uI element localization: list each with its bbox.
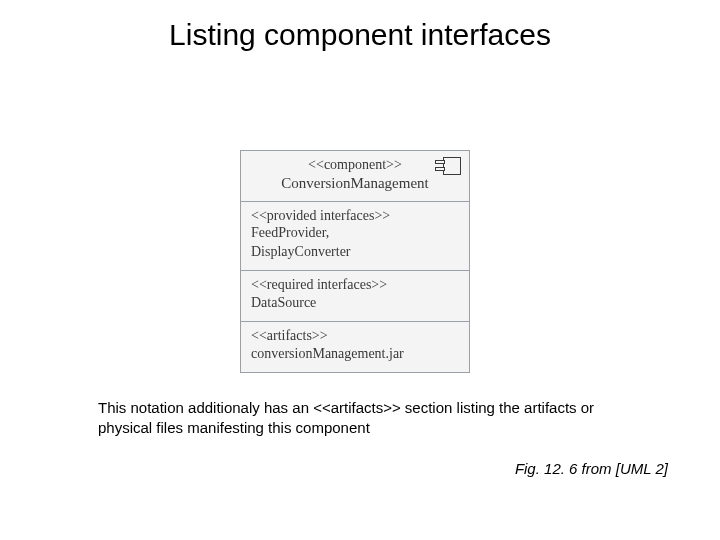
artifacts-item: conversionManagement.jar	[251, 345, 459, 364]
component-icon	[439, 157, 461, 175]
component-stereotype: <<component>>	[251, 157, 459, 174]
figure-reference: Fig. 12. 6 from [UML 2]	[515, 460, 668, 477]
artifacts-stereotype: <<artifacts>>	[251, 328, 459, 345]
provided-stereotype: <<provided interfaces>>	[251, 208, 459, 225]
provided-item: DisplayConverter	[251, 243, 459, 262]
artifacts-compartment: <<artifacts>> conversionManagement.jar	[241, 322, 469, 372]
provided-item: FeedProvider,	[251, 224, 459, 243]
uml-component-box: <<component>> ConversionManagement <<pro…	[240, 150, 470, 373]
page-title: Listing component interfaces	[0, 18, 720, 52]
provided-interfaces-compartment: <<provided interfaces>> FeedProvider, Di…	[241, 202, 469, 272]
component-header: <<component>> ConversionManagement	[241, 151, 469, 202]
caption-text: This notation additionaly has an <<artif…	[98, 398, 628, 439]
required-item: DataSource	[251, 294, 459, 313]
component-name: ConversionManagement	[251, 174, 459, 193]
required-interfaces-compartment: <<required interfaces>> DataSource	[241, 271, 469, 322]
required-stereotype: <<required interfaces>>	[251, 277, 459, 294]
